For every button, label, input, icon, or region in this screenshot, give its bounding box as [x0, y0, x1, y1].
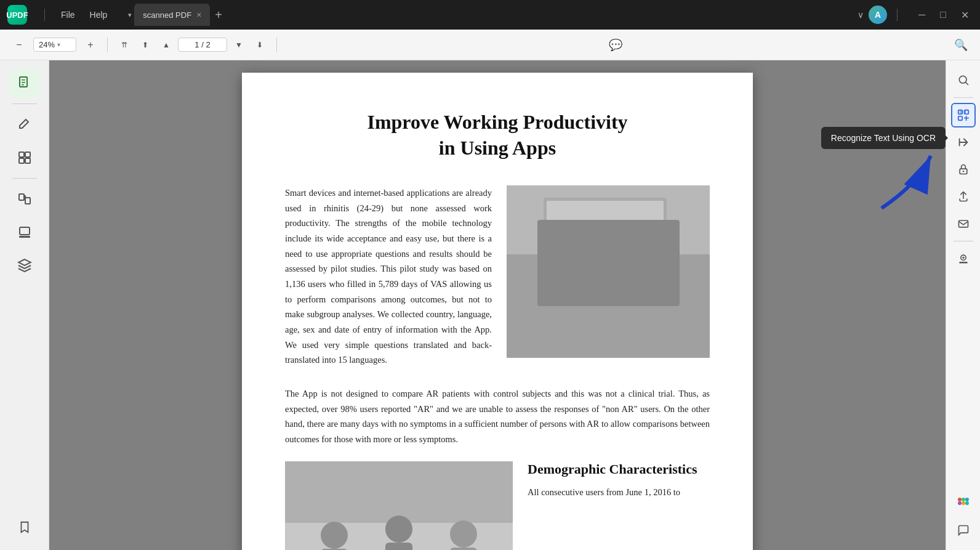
window-chevron-icon[interactable]: ∨ [857, 10, 864, 20]
pdf-bottom-image [285, 461, 513, 550]
svg-rect-32 [450, 548, 477, 550]
comment-icon: 💬 [609, 38, 622, 52]
svg-point-49 [962, 501, 965, 505]
zoom-out-button[interactable]: − [10, 36, 28, 54]
svg-rect-10 [20, 227, 30, 235]
zoom-display[interactable]: 24% ▾ [33, 38, 76, 52]
tab-scanned-pdf[interactable]: scanned PDF × [134, 4, 210, 26]
svg-rect-16 [547, 201, 664, 256]
app-logo[interactable]: UPDF [7, 5, 27, 25]
sidebar-item-edit[interactable] [9, 109, 40, 140]
menu-file[interactable]: File [55, 7, 81, 22]
page-input[interactable] [178, 38, 227, 52]
meeting-svg [507, 185, 710, 358]
pdf-section-title: Demographic Characteristics [528, 461, 710, 477]
right-sidebar-bottom [951, 491, 976, 543]
svg-rect-44 [959, 262, 967, 264]
sidebar-item-convert[interactable] [9, 184, 40, 214]
pdf-title: Improve Working Productivity in Using Ap… [285, 110, 710, 161]
lock-button[interactable] [951, 157, 976, 182]
right-sidebar: Recognize Text Using OCR O [946, 60, 980, 550]
search-button[interactable]: 🔍 [952, 36, 970, 54]
svg-point-48 [958, 501, 962, 505]
tab-close-button[interactable]: × [196, 10, 201, 19]
zoom-in-button[interactable]: + [81, 36, 100, 54]
chat-button[interactable] [951, 518, 976, 543]
sidebar-item-stamp[interactable] [9, 217, 40, 248]
svg-point-21 [656, 288, 678, 310]
svg-rect-23 [568, 315, 599, 333]
bottom-image-svg [285, 461, 513, 550]
tab-dropdown-icon[interactable]: ▾ [128, 11, 132, 19]
pdf-paragraph-3: All consecutive users from June 1, 2016 … [528, 485, 710, 500]
nav-prev-button[interactable]: ▲ [157, 36, 175, 54]
sidebar-item-organize[interactable] [9, 142, 40, 173]
maximize-button[interactable]: □ [936, 8, 950, 22]
menu-help[interactable]: Help [84, 7, 114, 22]
page-navigation: ⇈ ⬆ ▲ ▼ ⬇ [115, 36, 269, 54]
email-icon [957, 217, 970, 230]
convert-icon [17, 192, 32, 206]
email-button[interactable] [951, 211, 976, 236]
svg-point-45 [958, 498, 962, 501]
svg-text:OCR: OCR [960, 111, 966, 114]
svg-rect-8 [19, 194, 24, 200]
svg-rect-7 [25, 158, 30, 163]
pdf-content-row: Smart devices and internet-based applica… [285, 185, 710, 368]
pdf-area[interactable]: Improve Working Productivity in Using Ap… [49, 60, 946, 550]
layers-icon [17, 258, 32, 273]
ocr-button[interactable]: OCR [951, 103, 976, 127]
toolbar-separator-2 [276, 38, 277, 52]
titlebar-divider [44, 9, 45, 21]
sidebar-item-layers[interactable] [9, 250, 40, 281]
left-sidebar-bottom [9, 512, 40, 543]
nav-next-button[interactable]: ▼ [230, 36, 248, 54]
zoom-level-text: 24% [39, 40, 55, 49]
svg-point-46 [962, 498, 965, 501]
titlebar-menu: File Help [55, 7, 113, 22]
svg-rect-2 [22, 82, 25, 83]
comment-button[interactable]: 💬 [605, 34, 626, 55]
nav-prev-prev-button[interactable]: ⬆ [136, 36, 155, 54]
convert-export-icon [957, 135, 970, 149]
nav-first-button[interactable]: ⇈ [115, 36, 134, 54]
stamp-button[interactable] [951, 246, 976, 271]
svg-point-47 [965, 498, 969, 501]
svg-point-50 [965, 501, 969, 505]
zoom-out-icon: − [16, 39, 22, 51]
document-view-icon [17, 76, 32, 91]
svg-rect-22 [656, 310, 678, 335]
meeting-scene-graphic [507, 185, 710, 358]
svg-point-40 [962, 171, 964, 172]
main-layout: Improve Working Productivity in Using Ap… [0, 60, 980, 550]
svg-rect-30 [385, 543, 412, 550]
zoom-in-icon: + [87, 39, 93, 51]
svg-rect-9 [25, 198, 30, 204]
right-search-button[interactable] [951, 68, 976, 92]
pdf-paragraph-2: The App is not designed to compare AR pa… [285, 386, 710, 447]
nav-next-next-button[interactable]: ⬇ [251, 36, 269, 54]
zoom-dropdown-icon: ▾ [57, 41, 60, 48]
apps-button[interactable] [951, 491, 976, 516]
sidebar-item-bookmark[interactable] [9, 512, 40, 543]
lock-icon [957, 163, 970, 176]
tab-bar: ▾ scanned PDF × + [128, 4, 853, 26]
window-controls: ─ □ ✕ [915, 8, 973, 22]
user-avatar[interactable]: A [869, 6, 887, 24]
titlebar-right: ∨ A ─ □ ✕ [857, 6, 973, 24]
close-button[interactable]: ✕ [957, 8, 973, 22]
svg-rect-26 [285, 461, 513, 523]
tab-label: scanned PDF [143, 10, 191, 20]
share-button[interactable] [951, 184, 976, 209]
toolbar: − 24% ▾ + ⇈ ⬆ ▲ ▼ ⬇ 💬 🔍 [0, 30, 980, 60]
titlebar-right-divider [897, 9, 898, 21]
sidebar-item-document-view[interactable] [9, 68, 40, 99]
search-icon-btn[interactable]: 🔍 [952, 36, 970, 54]
svg-point-27 [321, 522, 348, 549]
titlebar: UPDF File Help ▾ scanned PDF × + ∨ A ─ □… [0, 0, 980, 30]
tab-add-button[interactable]: + [215, 9, 222, 21]
convert-export-button[interactable] [951, 130, 976, 155]
pdf-bottom-section: Demographic Characteristics All consecut… [528, 461, 710, 550]
minimize-button[interactable]: ─ [915, 8, 929, 22]
svg-point-43 [962, 257, 964, 259]
